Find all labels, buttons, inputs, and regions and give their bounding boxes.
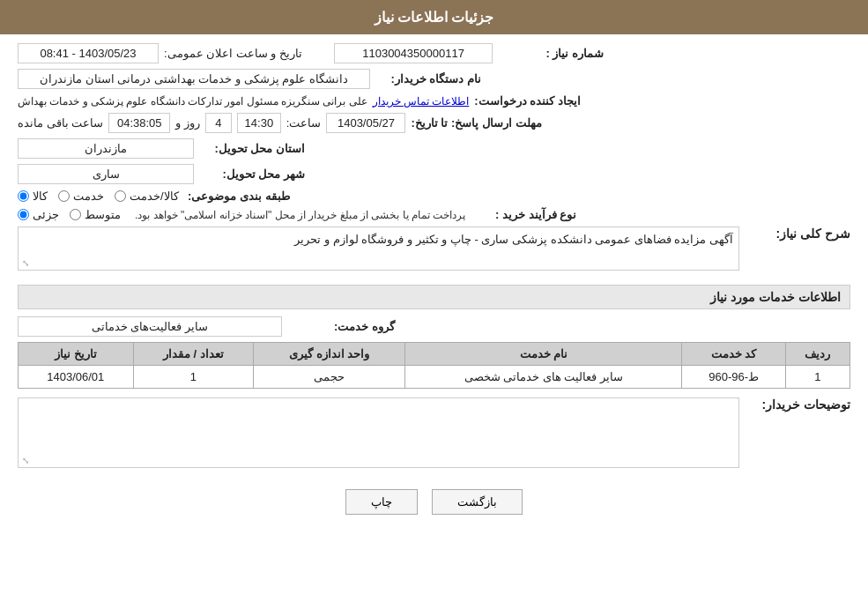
deadline-date: 1403/05/27 (326, 113, 405, 133)
description-box: آگهی مزایده فضاهای عمومی دانشکده پزشکی س… (18, 227, 739, 271)
process-jozi-radio[interactable] (18, 209, 29, 220)
deadline-time-label: ساعت: (286, 116, 322, 130)
buyer-notes-label: توضیحات خریدار: (745, 397, 850, 412)
announce-value: 1403/05/23 - 08:41 (18, 43, 159, 63)
province-value: مازندران (18, 138, 194, 159)
cell-date: 1403/06/01 (19, 366, 134, 389)
buyer-org-row: نام دستگاه خریدار: دانشگاه علوم پزشکی و … (18, 69, 850, 89)
buyer-notes-section: توضیحات خریدار: ⤡ (18, 397, 850, 477)
process-radio-group: متوسط جزئی (18, 208, 121, 221)
category-kala-khadamat-item: کالا/خدمت (115, 189, 179, 203)
deadline-remaining-label: ساعت باقی مانده (18, 116, 103, 130)
city-label: شهر محل تحویل: (199, 167, 305, 181)
category-label: طبقه بندی موضوعی: (184, 189, 290, 203)
need-number-label: شماره نیاز : (498, 47, 604, 60)
category-row: طبقه بندی موضوعی: کالا/خدمت خدمت کالا (18, 189, 850, 203)
buyer-note-box: ⤡ (18, 397, 739, 468)
table-header: ردیف کد خدمت نام خدمت واحد اندازه گیری ت… (19, 343, 850, 366)
back-button[interactable]: بازگشت (432, 489, 523, 515)
print-button[interactable]: چاپ (345, 489, 418, 515)
process-jozi-item: جزئی (18, 208, 59, 221)
process-label: نوع فرآیند خرید : (471, 208, 576, 221)
process-note: پرداخت تمام یا بخشی از مبلغ خریدار از مح… (135, 209, 465, 221)
category-radio-group: کالا/خدمت خدمت کالا (18, 189, 179, 203)
deadline-days: 4 (205, 113, 232, 133)
description-value: آگهی مزایده فضاهای عمومی دانشکده پزشکی س… (294, 233, 733, 246)
page-title: جزئیات اطلاعات نیاز (375, 10, 494, 25)
col-row: ردیف (785, 343, 849, 366)
category-kala-khadamat-label: کالا/خدمت (130, 189, 179, 203)
city-row: شهر محل تحویل: ساری (18, 164, 850, 184)
description-label: شرح کلی نیاز: (745, 227, 850, 241)
deadline-time: 14:30 (237, 113, 281, 133)
category-khadamat-item: خدمت (58, 189, 104, 203)
page-header: جزئیات اطلاعات نیاز (0, 0, 868, 34)
group-service-value: سایر فعالیت‌های خدماتی (18, 316, 282, 337)
cell-unit: حجمی (254, 366, 405, 389)
province-row: استان محل تحویل: مازندران (18, 138, 850, 159)
col-date: تاریخ نیاز (19, 343, 134, 366)
cell-code: ط-96-960 (682, 366, 785, 389)
services-section-title: اطلاعات خدمات مورد نیاز (18, 285, 850, 309)
process-motovaset-item: متوسط (70, 208, 121, 221)
cell-name: سایر فعالیت های خدماتی شخصی (405, 366, 682, 389)
deadline-remaining: 04:38:05 (108, 113, 170, 133)
description-section: شرح کلی نیاز: آگهی مزایده فضاهای عمومی د… (18, 227, 850, 276)
category-khadamat-label: خدمت (73, 189, 104, 203)
creator-label: ایجاد کننده درخواست: (474, 94, 581, 108)
note-resize-icon: ⤡ (22, 456, 29, 465)
col-unit: واحد اندازه گیری (254, 343, 405, 366)
city-value: ساری (18, 164, 194, 184)
need-number-value: 1103004350000117 (334, 43, 493, 63)
page-container: جزئیات اطلاعات نیاز شماره نیاز : 1103004… (0, 0, 868, 609)
content-area: شماره نیاز : 1103004350000117 تاریخ و سا… (0, 34, 868, 532)
buyer-org-label: نام دستگاه خریدار: (375, 72, 481, 85)
buttons-row: بازگشت چاپ (18, 489, 850, 515)
table-row: 1ط-96-960سایر فعالیت های خدماتی شخصیحجمی… (19, 366, 850, 389)
category-kala-item: کالا (18, 189, 48, 203)
col-qty: تعداد / مقدار (133, 343, 254, 366)
resize-icon: ⤡ (22, 258, 29, 268)
deadline-row: مهلت ارسال پاسخ: تا تاریخ: 1403/05/27 سا… (18, 113, 850, 133)
deadline-label: مهلت ارسال پاسخ: تا تاریخ: (411, 116, 541, 130)
cell-row: 1 (785, 366, 849, 389)
process-row: نوع فرآیند خرید : پرداخت تمام یا بخشی از… (18, 208, 850, 221)
col-code: کد خدمت (682, 343, 785, 366)
creator-value: علی برانی سنگریزه مسئول امور تدارکات دان… (18, 95, 367, 108)
table-body: 1ط-96-960سایر فعالیت های خدماتی شخصیحجمی… (19, 366, 850, 389)
creator-link[interactable]: اطلاعات تماس خریدار (373, 95, 470, 108)
service-table: ردیف کد خدمت نام خدمت واحد اندازه گیری ت… (18, 342, 850, 389)
process-jozi-label: جزئی (33, 208, 59, 221)
group-service-label: گروه خدمت: (289, 320, 395, 333)
creator-row: ایجاد کننده درخواست: اطلاعات تماس خریدار… (18, 94, 850, 108)
announce-label: تاریخ و ساعت اعلان عمومی: (164, 47, 302, 60)
process-motovaset-label: متوسط (85, 208, 121, 221)
cell-qty: 1 (133, 366, 254, 389)
category-khadamat-radio[interactable] (58, 190, 70, 202)
deadline-days-label: روز و (175, 116, 200, 130)
buyer-org-value: دانشگاه علوم پزشکی و خدمات بهداشتی درمان… (18, 69, 370, 89)
group-service-row: گروه خدمت: سایر فعالیت‌های خدماتی (18, 316, 850, 337)
province-label: استان محل تحویل: (199, 142, 305, 155)
category-kala-radio[interactable] (18, 190, 29, 202)
col-name: نام خدمت (405, 343, 682, 366)
category-kala-khadamat-radio[interactable] (115, 190, 126, 202)
need-number-row: شماره نیاز : 1103004350000117 تاریخ و سا… (18, 43, 850, 63)
category-kala-label: کالا (33, 189, 48, 203)
process-motovaset-radio[interactable] (70, 209, 81, 220)
